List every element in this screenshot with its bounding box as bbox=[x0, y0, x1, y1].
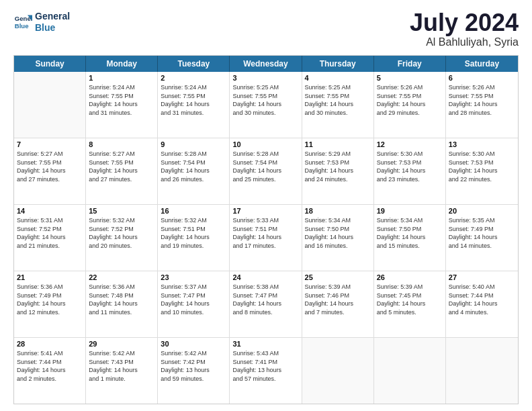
calendar-day-8: 8Sunrise: 5:27 AMSunset: 7:55 PMDaylight… bbox=[86, 138, 158, 204]
day-number: 27 bbox=[449, 273, 515, 281]
day-number: 19 bbox=[377, 207, 443, 215]
day-info: Sunrise: 5:42 AMSunset: 7:43 PMDaylight:… bbox=[89, 349, 154, 383]
logo: General Blue General Blue bbox=[13, 11, 70, 34]
title-block: July 2024 Al Bahluliyah, Syria bbox=[410, 11, 519, 48]
day-info: Sunrise: 5:34 AMSunset: 7:50 PMDaylight:… bbox=[377, 216, 443, 250]
day-number: 12 bbox=[377, 140, 443, 148]
calendar-empty-cell bbox=[14, 72, 86, 138]
calendar-empty-cell bbox=[374, 338, 446, 404]
day-number: 23 bbox=[161, 273, 226, 281]
logo-icon: General Blue bbox=[13, 13, 32, 32]
day-number: 20 bbox=[449, 207, 515, 215]
day-number: 15 bbox=[89, 207, 154, 215]
calendar-day-27: 27Sunrise: 5:40 AMSunset: 7:44 PMDayligh… bbox=[446, 271, 518, 337]
day-header-friday: Friday bbox=[374, 56, 446, 72]
calendar-empty-cell bbox=[302, 338, 374, 404]
day-number: 30 bbox=[161, 340, 226, 348]
day-info: Sunrise: 5:29 AMSunset: 7:53 PMDaylight:… bbox=[305, 150, 371, 183]
day-info: Sunrise: 5:30 AMSunset: 7:53 PMDaylight:… bbox=[449, 150, 515, 183]
day-number: 8 bbox=[89, 140, 154, 148]
location-title: Al Bahluliyah, Syria bbox=[410, 36, 519, 48]
calendar-day-31: 31Sunrise: 5:43 AMSunset: 7:41 PMDayligh… bbox=[230, 338, 302, 404]
header: General Blue General Blue July 2024 Al B… bbox=[13, 11, 519, 48]
day-number: 6 bbox=[449, 74, 515, 82]
day-info: Sunrise: 5:37 AMSunset: 7:47 PMDaylight:… bbox=[161, 283, 226, 316]
day-number: 22 bbox=[89, 273, 154, 281]
calendar-day-21: 21Sunrise: 5:36 AMSunset: 7:49 PMDayligh… bbox=[14, 271, 86, 337]
day-info: Sunrise: 5:28 AMSunset: 7:54 PMDaylight:… bbox=[232, 150, 298, 183]
day-number: 3 bbox=[232, 74, 298, 82]
day-info: Sunrise: 5:24 AMSunset: 7:55 PMDaylight:… bbox=[89, 83, 154, 117]
day-info: Sunrise: 5:31 AMSunset: 7:52 PMDaylight:… bbox=[17, 216, 83, 250]
calendar-day-10: 10Sunrise: 5:28 AMSunset: 7:54 PMDayligh… bbox=[230, 138, 302, 204]
day-number: 1 bbox=[89, 74, 154, 82]
day-info: Sunrise: 5:36 AMSunset: 7:49 PMDaylight:… bbox=[17, 283, 83, 316]
calendar-week-3: 14Sunrise: 5:31 AMSunset: 7:52 PMDayligh… bbox=[14, 205, 518, 271]
calendar-day-18: 18Sunrise: 5:34 AMSunset: 7:50 PMDayligh… bbox=[302, 205, 374, 271]
day-number: 4 bbox=[305, 74, 371, 82]
day-info: Sunrise: 5:26 AMSunset: 7:55 PMDaylight:… bbox=[377, 83, 443, 117]
logo-line1: General bbox=[35, 11, 70, 22]
calendar-day-16: 16Sunrise: 5:32 AMSunset: 7:51 PMDayligh… bbox=[158, 205, 230, 271]
day-info: Sunrise: 5:42 AMSunset: 7:42 PMDaylight:… bbox=[161, 349, 226, 383]
day-number: 25 bbox=[305, 273, 371, 281]
calendar-day-11: 11Sunrise: 5:29 AMSunset: 7:53 PMDayligh… bbox=[302, 138, 374, 204]
calendar-day-17: 17Sunrise: 5:33 AMSunset: 7:51 PMDayligh… bbox=[230, 205, 302, 271]
calendar-week-4: 21Sunrise: 5:36 AMSunset: 7:49 PMDayligh… bbox=[14, 271, 518, 338]
calendar-week-2: 7Sunrise: 5:27 AMSunset: 7:55 PMDaylight… bbox=[14, 138, 518, 205]
day-number: 10 bbox=[232, 140, 298, 148]
day-info: Sunrise: 5:24 AMSunset: 7:55 PMDaylight:… bbox=[161, 83, 226, 117]
day-info: Sunrise: 5:35 AMSunset: 7:49 PMDaylight:… bbox=[449, 216, 515, 250]
day-number: 29 bbox=[89, 340, 154, 348]
day-number: 11 bbox=[305, 140, 371, 148]
day-info: Sunrise: 5:27 AMSunset: 7:55 PMDaylight:… bbox=[89, 150, 154, 183]
day-number: 18 bbox=[305, 207, 371, 215]
calendar-day-20: 20Sunrise: 5:35 AMSunset: 7:49 PMDayligh… bbox=[446, 205, 518, 271]
day-number: 13 bbox=[449, 140, 515, 148]
day-number: 17 bbox=[232, 207, 298, 215]
day-number: 31 bbox=[232, 340, 298, 348]
day-info: Sunrise: 5:27 AMSunset: 7:55 PMDaylight:… bbox=[17, 150, 83, 183]
day-info: Sunrise: 5:34 AMSunset: 7:50 PMDaylight:… bbox=[305, 216, 371, 250]
month-title: July 2024 bbox=[410, 11, 519, 35]
day-number: 21 bbox=[17, 273, 83, 281]
day-header-wednesday: Wednesday bbox=[230, 56, 302, 72]
page: General Blue General Blue July 2024 Al B… bbox=[0, 0, 532, 411]
calendar-day-12: 12Sunrise: 5:30 AMSunset: 7:53 PMDayligh… bbox=[374, 138, 446, 204]
day-info: Sunrise: 5:32 AMSunset: 7:51 PMDaylight:… bbox=[161, 216, 226, 250]
calendar-day-22: 22Sunrise: 5:36 AMSunset: 7:48 PMDayligh… bbox=[86, 271, 158, 337]
day-number: 26 bbox=[377, 273, 443, 281]
day-header-monday: Monday bbox=[86, 56, 158, 72]
calendar-day-7: 7Sunrise: 5:27 AMSunset: 7:55 PMDaylight… bbox=[14, 138, 86, 204]
calendar-day-3: 3Sunrise: 5:25 AMSunset: 7:55 PMDaylight… bbox=[230, 72, 302, 138]
day-header-thursday: Thursday bbox=[302, 56, 374, 72]
day-info: Sunrise: 5:38 AMSunset: 7:47 PMDaylight:… bbox=[232, 283, 298, 316]
svg-text:Blue: Blue bbox=[15, 22, 29, 30]
day-header-saturday: Saturday bbox=[446, 56, 518, 72]
day-number: 2 bbox=[161, 74, 226, 82]
calendar-day-5: 5Sunrise: 5:26 AMSunset: 7:55 PMDaylight… bbox=[374, 72, 446, 138]
calendar-day-1: 1Sunrise: 5:24 AMSunset: 7:55 PMDaylight… bbox=[86, 72, 158, 138]
calendar-week-5: 28Sunrise: 5:41 AMSunset: 7:44 PMDayligh… bbox=[14, 338, 518, 404]
day-number: 9 bbox=[161, 140, 226, 148]
day-info: Sunrise: 5:36 AMSunset: 7:48 PMDaylight:… bbox=[89, 283, 154, 316]
day-number: 28 bbox=[17, 340, 83, 348]
calendar-day-9: 9Sunrise: 5:28 AMSunset: 7:54 PMDaylight… bbox=[158, 138, 230, 204]
calendar-week-1: 1Sunrise: 5:24 AMSunset: 7:55 PMDaylight… bbox=[14, 72, 518, 138]
day-number: 14 bbox=[17, 207, 83, 215]
day-number: 24 bbox=[232, 273, 298, 281]
calendar-header: SundayMondayTuesdayWednesdayThursdayFrid… bbox=[14, 56, 518, 72]
day-info: Sunrise: 5:25 AMSunset: 7:55 PMDaylight:… bbox=[305, 83, 371, 117]
day-info: Sunrise: 5:33 AMSunset: 7:51 PMDaylight:… bbox=[232, 216, 298, 250]
calendar-day-24: 24Sunrise: 5:38 AMSunset: 7:47 PMDayligh… bbox=[230, 271, 302, 337]
day-info: Sunrise: 5:43 AMSunset: 7:41 PMDaylight:… bbox=[232, 349, 298, 383]
calendar-day-23: 23Sunrise: 5:37 AMSunset: 7:47 PMDayligh… bbox=[158, 271, 230, 337]
calendar-day-14: 14Sunrise: 5:31 AMSunset: 7:52 PMDayligh… bbox=[14, 205, 86, 271]
day-info: Sunrise: 5:25 AMSunset: 7:55 PMDaylight:… bbox=[232, 83, 298, 117]
day-header-sunday: Sunday bbox=[14, 56, 86, 72]
day-info: Sunrise: 5:39 AMSunset: 7:45 PMDaylight:… bbox=[377, 283, 443, 316]
day-info: Sunrise: 5:32 AMSunset: 7:52 PMDaylight:… bbox=[89, 216, 154, 250]
day-info: Sunrise: 5:40 AMSunset: 7:44 PMDaylight:… bbox=[449, 283, 515, 316]
day-info: Sunrise: 5:26 AMSunset: 7:55 PMDaylight:… bbox=[449, 83, 515, 117]
calendar-day-4: 4Sunrise: 5:25 AMSunset: 7:55 PMDaylight… bbox=[302, 72, 374, 138]
